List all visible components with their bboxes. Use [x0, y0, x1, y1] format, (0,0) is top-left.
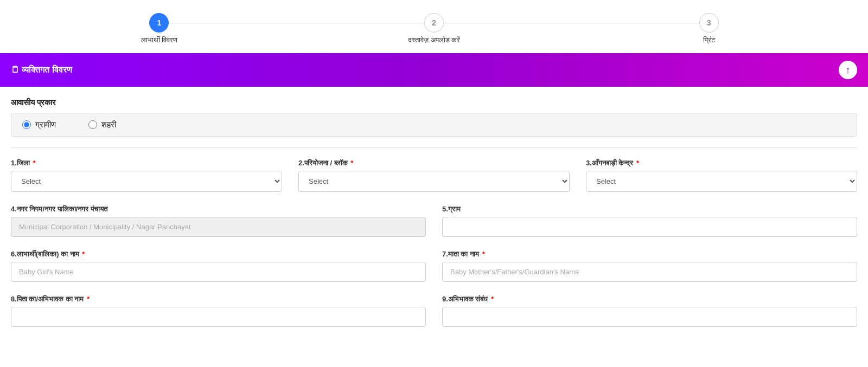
step-1-label: लाभार्थी विवरण: [141, 36, 178, 44]
step-3-circle: 3: [699, 13, 719, 33]
step-2-circle: 2: [424, 13, 444, 33]
form-row-1: 1.जिला * Select 2.परियोजना / ब्लॉक * Sel…: [11, 159, 857, 192]
upload-icon: ↑: [846, 65, 851, 76]
radio-shahari-input[interactable]: [88, 120, 97, 129]
pariyojana-label: 2.परियोजना / ब्लॉक *: [298, 159, 570, 168]
step-3[interactable]: 3 प्रिंट: [571, 13, 846, 44]
section-header: 🗒 व्यक्तिगत विवरण ↑: [0, 53, 868, 87]
gram-label: 5.ग्राम: [442, 205, 857, 214]
anganwadi-required: *: [636, 159, 639, 167]
jila-field: 1.जिला * Select: [11, 159, 282, 192]
form-area: आवासीय प्रकार ग्रामीण शहरी 1.जिला * Sele…: [0, 87, 868, 351]
form-row-2: 4.नगर निगम/नगर पालिका/नगर पंचायत 5.ग्राम: [11, 205, 857, 237]
pariyojana-required: *: [350, 159, 353, 167]
radio-grameen-label: ग्रामीण: [35, 120, 56, 130]
radio-grameen[interactable]: ग्रामीण: [22, 120, 56, 130]
anganwadi-field: 3.आँगनबाड़ी केन्द्र * Select: [586, 159, 857, 192]
abhibhavak-sambandh-label: 9.अभिभावक संबंध *: [442, 295, 857, 304]
nagar-nigam-input: [11, 217, 426, 237]
upload-button[interactable]: ↑: [839, 61, 857, 79]
step-2[interactable]: 2 दस्तावेज़ अपलोड करें: [297, 13, 572, 44]
mata-naam-required: *: [482, 250, 485, 258]
anganwadi-label: 3.आँगनबाड़ी केन्द्र *: [586, 159, 857, 168]
stepper: 1 लाभार्थी विवरण 2 दस्तावेज़ अपलोड करें …: [0, 0, 868, 53]
abhibhavak-sambandh-required: *: [491, 295, 494, 303]
anganwadi-select[interactable]: Select: [586, 171, 857, 192]
abhibhavak-sambandh-input[interactable]: [442, 307, 857, 327]
balika-naam-required: *: [82, 250, 85, 258]
section-title: 🗒 व्यक्तिगत विवरण: [11, 65, 72, 75]
pariyojana-select[interactable]: Select: [298, 171, 570, 192]
nagar-nigam-field: 4.नगर निगम/नगर पालिका/नगर पंचायत: [11, 205, 426, 237]
balika-naam-field: 6.लाभार्थी(बालिका) का नाम *: [11, 250, 426, 282]
form-row-3: 6.लाभार्थी(बालिका) का नाम * 7.माता का ना…: [11, 250, 857, 282]
jila-required: *: [33, 159, 35, 167]
pita-naam-input[interactable]: [11, 307, 426, 327]
mata-naam-field: 7.माता का नाम *: [442, 250, 857, 282]
step-3-label: प्रिंट: [703, 36, 715, 44]
pita-naam-field: 8.पिता का/अभिभावक का नाम *: [11, 295, 426, 327]
residential-type-section: आवासीय प्रकार ग्रामीण शहरी: [11, 98, 857, 137]
pita-naam-required: *: [87, 295, 90, 303]
radio-shahari[interactable]: शहरी: [88, 120, 116, 130]
section-title-text: 🗒 व्यक्तिगत विवरण: [11, 65, 72, 75]
mata-naam-label: 7.माता का नाम *: [442, 250, 857, 259]
step-1[interactable]: 1 लाभार्थी विवरण: [22, 13, 297, 44]
jila-label: 1.जिला *: [11, 159, 282, 168]
divider-1: [11, 147, 857, 148]
radio-grameen-input[interactable]: [22, 120, 31, 129]
radio-group: ग्रामीण शहरी: [11, 113, 857, 137]
step-2-label: दस्तावेज़ अपलोड करें: [408, 36, 460, 44]
step-1-circle: 1: [149, 13, 169, 33]
gram-field: 5.ग्राम: [442, 205, 857, 237]
balika-naam-input[interactable]: [11, 262, 426, 282]
jila-select[interactable]: Select: [11, 171, 282, 192]
gram-input[interactable]: [442, 217, 857, 237]
residential-label: आवासीय प्रकार: [11, 98, 857, 107]
radio-shahari-label: शहरी: [101, 120, 116, 130]
abhibhavak-sambandh-field: 9.अभिभावक संबंध *: [442, 295, 857, 327]
pariyojana-field: 2.परियोजना / ब्लॉक * Select: [298, 159, 570, 192]
balika-naam-label: 6.लाभार्थी(बालिका) का नाम *: [11, 250, 426, 259]
nagar-nigam-label: 4.नगर निगम/नगर पालिका/नगर पंचायत: [11, 205, 426, 214]
pita-naam-label: 8.पिता का/अभिभावक का नाम *: [11, 295, 426, 304]
form-row-4: 8.पिता का/अभिभावक का नाम * 9.अभिभावक संब…: [11, 295, 857, 327]
mata-naam-input[interactable]: [442, 262, 857, 282]
